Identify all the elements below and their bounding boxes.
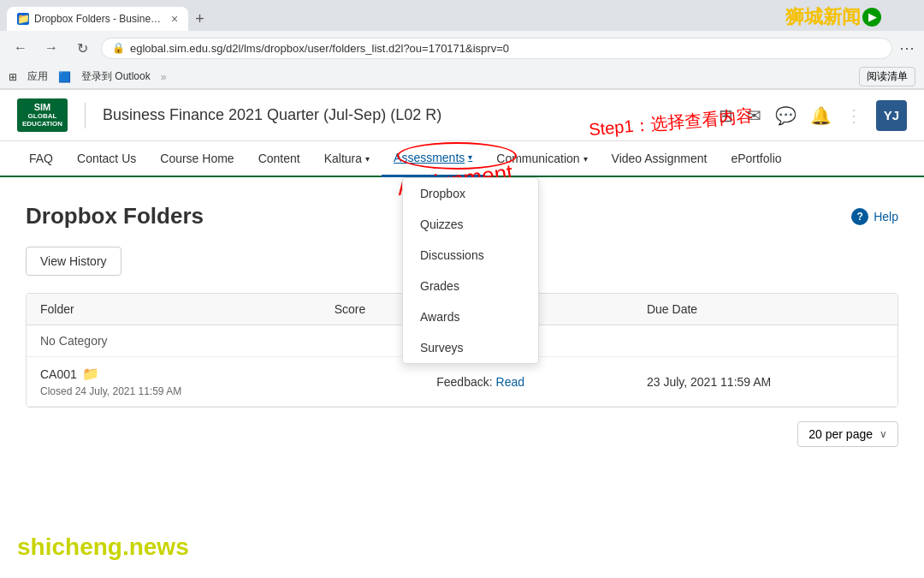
dropdown-item-awards[interactable]: Awards [403,301,538,332]
dropdown-item-grades[interactable]: Grades [403,271,538,301]
user-avatar[interactable]: YJ [876,100,907,131]
dropdown-item-surveys[interactable]: Surveys [403,332,538,363]
title-divider [85,103,86,128]
folder-icon: 📁 [82,366,99,382]
view-history-button[interactable]: View History [26,247,121,276]
nav-item-assessments[interactable]: Assessments ▾ [382,140,484,177]
lms-header: SIM GLOBAL EDUCATION Business Finance 20… [0,90,924,141]
nav-item-contact[interactable]: Contact Us [65,141,148,176]
watermark-top-text: 狮城新闻 [785,4,861,30]
eval-status-cell: Feedback: Read [423,357,633,407]
col-header-folder: Folder [27,294,321,325]
col-header-due-date: Due Date [633,294,897,325]
folder-cell: CA001 📁 Closed 24 July, 2021 11:59 AM [27,357,321,407]
pagination-row: 20 per page ∨ [26,421,898,447]
nav-menu: FAQ Contact Us Course Home Content Kaltu… [0,141,924,177]
course-title: Business Finance 2021 Quarter (Jul-Sep) … [103,106,441,124]
address-bar[interactable]: 🔒 eglobal.sim.edu.sg/d2l/lms/dropbox/use… [101,38,892,59]
per-page-select[interactable]: 20 per page ∨ [797,421,898,447]
bookmark-outlook[interactable]: 登录到 Outlook [81,69,151,84]
top-watermark: 狮城新闻 ▶ [785,4,881,30]
watermark-badge: ▶ [862,8,881,27]
due-date-cell: 23 July, 2021 11:59 AM [633,357,897,407]
nav-item-eportfolio[interactable]: ePortfolio [719,141,793,176]
refresh-button[interactable]: ↻ [70,36,94,60]
closed-text: Closed 24 July, 2021 11:59 AM [40,385,307,397]
assessments-dropdown: Dropbox Quizzes Discussions Grades Award… [402,177,539,364]
close-tab-button[interactable]: × [171,12,178,26]
bottom-watermark: shicheng.news [17,533,189,561]
forward-button[interactable]: → [39,36,63,60]
per-page-label: 20 per page [808,427,873,441]
tab-title: Dropbox Folders - Business Fi... [34,13,163,25]
sim-logo[interactable]: SIM GLOBAL EDUCATION [17,98,68,132]
chat-icon-button[interactable]: 💬 [775,105,797,126]
ca001-label: CA001 [40,367,77,381]
feedback-label: Feedback: [436,375,492,389]
dropdown-item-dropbox[interactable]: Dropbox [403,178,538,209]
help-icon: ? [851,208,868,225]
logo-area: SIM GLOBAL EDUCATION Business Finance 20… [17,98,441,132]
browser-menu-dots[interactable]: ⋯ [899,39,915,57]
email-icon-button[interactable]: ✉ [747,105,761,126]
nav-item-content[interactable]: Content [246,141,312,176]
browser-nav-bar: ← → ↻ 🔒 eglobal.sim.edu.sg/d2l/lms/dropb… [0,31,924,65]
bookmarks-bar: ⊞ 应用 🟦 登录到 Outlook » 阅读清单 [0,65,924,89]
per-page-arrow: ∨ [880,428,887,440]
active-tab[interactable]: 📁 Dropbox Folders - Business Fi... × [7,7,188,31]
nav-item-kaltura[interactable]: Kaltura ▾ [312,141,382,176]
dropdown-item-discussions[interactable]: Discussions [403,240,538,271]
notification-icon-button[interactable]: 🔔 [810,105,832,126]
nav-item-faq[interactable]: FAQ [17,141,65,176]
table-row: CA001 📁 Closed 24 July, 2021 11:59 AM Fe… [27,357,897,407]
page-title: Dropbox Folders [26,203,204,229]
browser-right-icons: ⋯ [899,39,915,57]
header-icons: ⊞ ✉ 💬 🔔 ⋮ YJ [719,100,907,131]
nav-item-communication[interactable]: Communication ▾ [484,141,599,176]
lock-icon: 🔒 [112,42,125,54]
url-text: eglobal.sim.edu.sg/d2l/lms/dropbox/user/… [130,42,509,55]
nav-item-video-assignment[interactable]: Video Assignment [600,141,720,176]
help-label: Help [874,210,898,223]
nav-item-course-home[interactable]: Course Home [148,141,246,176]
apps-grid-icon[interactable]: ⊞ [9,71,17,83]
assessments-dropdown-arrow: ▾ [468,152,472,162]
outlook-favicon: 🟦 [58,71,71,83]
bookmark-apps[interactable]: 应用 [27,69,48,84]
reading-mode-button[interactable]: 阅读清单 [859,67,915,86]
grid-icon-button[interactable]: ⊞ [719,105,733,126]
dropdown-item-quizzes[interactable]: Quizzes [403,209,538,240]
tab-favicon: 📁 [17,13,29,25]
feedback-read-link[interactable]: Read [496,375,524,389]
kaltura-dropdown-arrow: ▾ [365,154,370,164]
help-button[interactable]: ? Help [851,208,898,225]
new-tab-button[interactable]: + [188,10,211,28]
score-cell [321,357,424,407]
back-button[interactable]: ← [9,36,33,60]
ca001-item: CA001 📁 [40,366,307,382]
communication-dropdown-arrow: ▾ [583,154,588,164]
sim-logo-box: SIM GLOBAL EDUCATION [17,98,68,132]
